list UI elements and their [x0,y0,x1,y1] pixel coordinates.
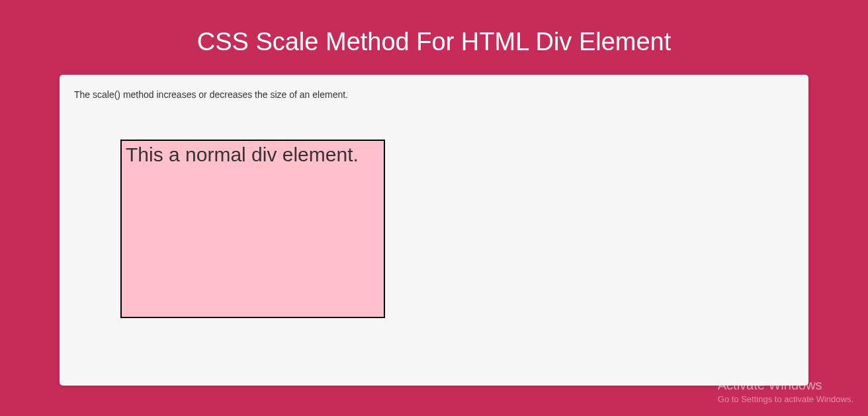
content-card: The scale() method increases or decrease… [60,75,808,386]
watermark-subtitle: Go to Settings to activate Windows. [718,394,853,404]
scale-description: The scale() method increases or decrease… [74,89,794,100]
demo-div-text: This a normal div element. [126,144,380,166]
page-title: CSS Scale Method For HTML Div Element [0,0,868,75]
demo-div-element: This a normal div element. [120,140,385,318]
